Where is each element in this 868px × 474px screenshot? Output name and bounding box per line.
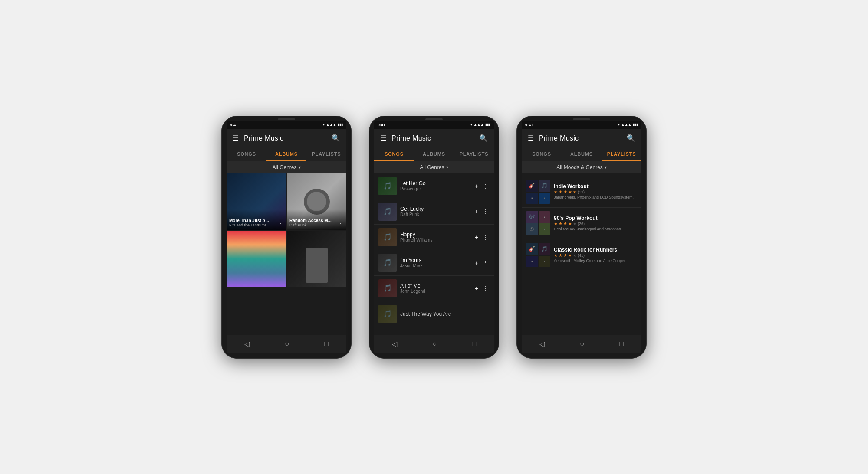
album-content-1: More Than Just A... Fitz and the Tantrum… <box>227 173 346 335</box>
signal-icon-3: ▲▲▲ <box>621 123 631 127</box>
playlist-tile-2-2: ▪ <box>526 256 538 267</box>
song-name-1: Get Lucky <box>400 206 470 212</box>
tab-songs-1[interactable]: SONGS <box>227 148 266 161</box>
add-btn-1[interactable]: + <box>474 207 479 216</box>
filter-label-3: All Moods & Genres <box>556 164 603 170</box>
song-art-1: 🎵 <box>378 203 397 221</box>
rating-count-2: (41) <box>578 253 585 258</box>
phone-playlists: 9:41 ▾ ▲▲▲ ▮▮▮ ☰ Prime Music 🔍 SONGS ALB… <box>516 116 647 359</box>
song-info-0: Let Her Go Passenger <box>400 180 470 191</box>
app-title-2: Prime Music <box>391 134 474 142</box>
album-item-0[interactable]: More Than Just A... Fitz and the Tantrum… <box>227 173 286 230</box>
song-item-5[interactable]: 🎵 Just The Way You Are <box>374 301 494 327</box>
more-btn-0[interactable]: ⋮ <box>482 182 490 190</box>
recents-btn-3[interactable]: □ <box>613 338 631 350</box>
song-item-2[interactable]: 🎵 Happy Pharrell Williams + ⋮ <box>374 225 494 250</box>
album-item-3[interactable] <box>287 231 346 287</box>
tab-albums-1[interactable]: ALBUMS <box>266 148 306 161</box>
song-name-5: Just The Way You Are <box>400 311 486 317</box>
add-btn-3[interactable]: + <box>474 258 479 267</box>
tab-playlists-2[interactable]: PLAYLISTS <box>454 148 494 161</box>
filter-bar-1[interactable]: All Genres ▾ <box>227 161 346 173</box>
more-btn-3[interactable]: ⋮ <box>482 258 490 267</box>
song-info-3: I'm Yours Jason Mraz <box>400 257 470 268</box>
album-menu-1[interactable]: ⋮ <box>336 220 344 227</box>
playlist-desc-2: Aerosmith, Motley Crue and Alice Cooper. <box>554 258 637 263</box>
home-btn-3[interactable]: ○ <box>573 338 591 350</box>
status-bar-1: 9:41 ▾ ▲▲▲ ▮▮▮ <box>227 121 346 129</box>
star-1: ★ <box>554 190 558 194</box>
playlist-list: 🎸 🎵 ▪ ▪ <box>522 173 641 274</box>
recents-btn-2[interactable]: □ <box>465 338 483 350</box>
phone2-topbar: ☰ Prime Music 🔍 <box>374 129 494 148</box>
more-btn-2[interactable]: ⋮ <box>482 233 490 242</box>
song-art-0: 🎵 <box>378 177 397 195</box>
add-btn-2[interactable]: + <box>474 233 479 242</box>
battery-icon: ▮▮▮ <box>338 123 343 127</box>
back-btn-3[interactable]: ◁ <box>533 338 552 350</box>
playlist-tile-0-2: ▪ <box>526 193 538 204</box>
album-info-1: Random Access M... Daft Punk ⋮ <box>287 209 346 230</box>
app-title-3: Prime Music <box>539 134 621 142</box>
album-info-0: More Than Just A... Fitz and the Tantrum… <box>227 209 286 230</box>
filter-bar-2[interactable]: All Genres ▾ <box>374 161 494 173</box>
filter-arrow-3: ▾ <box>605 165 607 170</box>
add-btn-0[interactable]: + <box>474 182 479 190</box>
album-menu-0[interactable]: ⋮ <box>276 220 283 227</box>
playlist-tile-0-1: 🎵 <box>539 180 551 192</box>
tab-songs-3[interactable]: SONGS <box>522 148 562 161</box>
playlist-tile-1-0: 🎶 <box>526 211 538 223</box>
recents-btn-1[interactable]: □ <box>318 338 336 350</box>
tab-playlists-3[interactable]: PLAYLISTS <box>602 148 641 161</box>
search-icon-1[interactable]: 🔍 <box>331 133 341 143</box>
menu-icon-1[interactable]: ☰ <box>232 133 240 143</box>
star-2-3: ★ <box>563 253 567 258</box>
filter-arrow-1: ▾ <box>299 165 301 170</box>
song-info-5: Just The Way You Are <box>400 311 486 317</box>
app-title-1: Prime Music <box>244 134 326 142</box>
add-btn-4[interactable]: + <box>474 284 479 293</box>
song-item-4[interactable]: 🎵 All of Me John Legend + ⋮ <box>374 276 494 301</box>
song-artist-3: Jason Mraz <box>400 263 470 268</box>
more-btn-4[interactable]: ⋮ <box>482 284 490 293</box>
playlist-item-2[interactable]: 🎸 🎵 ▪ ▪ <box>522 239 641 271</box>
song-name-4: All of Me <box>400 283 470 289</box>
song-item-3[interactable]: 🎵 I'm Yours Jason Mraz + ⋮ <box>374 250 494 276</box>
album-name-1: Random Access M... <box>289 218 336 223</box>
star-2-4: ★ <box>568 253 572 258</box>
album-artist-1: Daft Punk <box>289 223 336 227</box>
star-1-3: ★ <box>563 221 567 226</box>
filter-bar-3[interactable]: All Moods & Genres ▾ <box>522 161 641 173</box>
more-btn-1[interactable]: ⋮ <box>482 207 490 216</box>
song-item-0[interactable]: 🎵 Let Her Go Passenger + ⋮ <box>374 173 494 199</box>
tabs-1: SONGS ALBUMS PLAYLISTS <box>227 148 346 161</box>
playlist-item-1[interactable]: 🎶 ▪ ① ▪ <box>522 208 641 239</box>
back-btn-1[interactable]: ◁ <box>237 338 256 350</box>
song-name-3: I'm Yours <box>400 257 470 263</box>
playlist-name-0: Indie Workout <box>554 183 637 190</box>
tab-playlists-1[interactable]: PLAYLISTS <box>306 148 346 161</box>
tab-songs-2[interactable]: SONGS <box>374 148 414 161</box>
status-bar-2: 9:41 ▾ ▲▲▲ ▮▮▮ <box>374 121 494 129</box>
playlist-item-0[interactable]: 🎸 🎵 ▪ ▪ <box>522 176 641 208</box>
song-art-4: 🎵 <box>378 279 397 297</box>
menu-icon-3[interactable]: ☰ <box>527 133 535 143</box>
album-grid-1: More Than Just A... Fitz and the Tantrum… <box>227 173 346 287</box>
search-icon-3[interactable]: 🔍 <box>626 133 636 143</box>
phone-albums: 9:41 ▾ ▲▲▲ ▮▮▮ ☰ Prime Music 🔍 SONGS ALB… <box>221 116 352 359</box>
song-artist-2: Pharrell Williams <box>400 238 470 242</box>
filter-label-2: All Genres <box>420 164 444 170</box>
song-item-1[interactable]: 🎵 Get Lucky Daft Punk + ⋮ <box>374 199 494 225</box>
album-item-1[interactable]: Random Access M... Daft Punk ⋮ <box>287 173 346 230</box>
menu-icon-2[interactable]: ☰ <box>379 133 387 143</box>
status-icons-1: ▾ ▲▲▲ ▮▮▮ <box>323 123 343 127</box>
album-item-2[interactable] <box>227 231 286 287</box>
home-btn-1[interactable]: ○ <box>278 338 296 350</box>
search-icon-2[interactable]: 🔍 <box>478 133 489 143</box>
status-bar-3: 9:41 ▾ ▲▲▲ ▮▮▮ <box>522 121 641 129</box>
back-btn-2[interactable]: ◁ <box>385 338 404 350</box>
home-btn-2[interactable]: ○ <box>425 338 444 350</box>
song-actions-3: + ⋮ <box>474 258 490 267</box>
tab-albums-2[interactable]: ALBUMS <box>414 148 454 161</box>
tab-albums-3[interactable]: ALBUMS <box>562 148 602 161</box>
